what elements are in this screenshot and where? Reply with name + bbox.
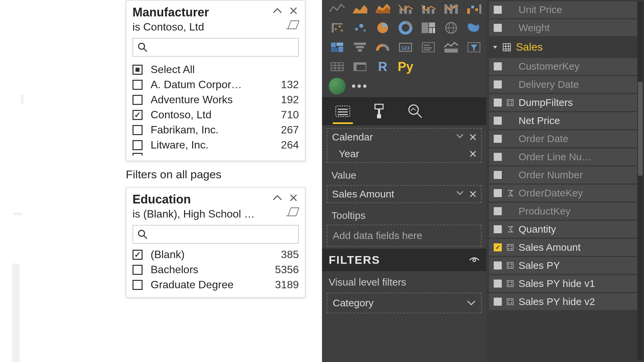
viz-filled-map-icon[interactable] (464, 19, 484, 36)
filter-item[interactable]: Bachelors 5356 (132, 262, 299, 277)
scrollbar-thumb[interactable] (638, 82, 643, 176)
viz-treemap-icon[interactable] (327, 19, 347, 36)
field-checkbox[interactable] (494, 261, 502, 269)
viz-python-icon[interactable]: Py (395, 58, 416, 75)
filter-search-input[interactable] (132, 38, 299, 57)
viz-pie-chart-icon[interactable] (372, 19, 393, 36)
viz-stacked-area-chart-icon[interactable] (372, 0, 393, 17)
viz-r-script-icon[interactable]: R (372, 58, 393, 75)
field-item[interactable]: Quantity (489, 221, 641, 238)
field-item[interactable]: Order Number (489, 167, 641, 183)
filter-item[interactable]: Graduate Degree 3189 (132, 277, 299, 292)
collapse-icon[interactable] (272, 5, 283, 16)
checkbox-checked[interactable] (132, 110, 143, 120)
chevron-down-icon[interactable] (467, 300, 476, 306)
table-header-sales[interactable]: Sales (486, 38, 644, 57)
field-item[interactable]: Sales PY (489, 257, 641, 274)
selection-handle[interactable] (21, 95, 23, 104)
field-checkbox[interactable] (494, 189, 502, 197)
selection-handle[interactable] (13, 213, 22, 215)
viz-more-icon[interactable]: ••• (350, 78, 370, 95)
chevron-down-icon[interactable] (456, 134, 464, 138)
field-item[interactable]: ✓Sales Amount (489, 239, 641, 256)
checkbox[interactable] (132, 80, 143, 90)
viz-shape-map-icon[interactable] (327, 39, 347, 56)
field-checkbox[interactable] (494, 62, 502, 70)
filter-item[interactable]: A. Datum Corpor… 132 (132, 77, 299, 92)
viz-line-chart-icon[interactable] (327, 0, 347, 17)
filter-slot-category[interactable]: Category (327, 293, 482, 313)
checkbox[interactable] (132, 95, 143, 105)
well-item-sales-amount[interactable]: Sales Amount (327, 186, 481, 202)
checkbox[interactable] (132, 140, 143, 150)
viz-slicer-icon[interactable] (464, 39, 484, 56)
field-checkbox[interactable] (494, 280, 502, 288)
close-icon[interactable] (470, 150, 476, 157)
field-item[interactable]: Delivery Date (489, 76, 641, 93)
field-item[interactable]: Sales PY hide v1 (489, 275, 641, 292)
collapse-icon[interactable] (272, 192, 283, 203)
viz-funnel-icon[interactable] (350, 39, 370, 56)
checkbox-checked[interactable] (132, 250, 143, 260)
viz-combo-stacked-icon[interactable] (418, 0, 439, 17)
checkbox[interactable] (132, 125, 143, 135)
viz-card-icon[interactable]: 123 (395, 39, 416, 56)
field-checkbox[interactable] (494, 99, 502, 107)
checkbox[interactable] (132, 280, 143, 290)
viz-gauge-icon[interactable] (372, 39, 393, 56)
eye-icon[interactable] (469, 256, 480, 264)
search-field[interactable] (151, 229, 294, 240)
viz-arcgis-icon[interactable] (327, 78, 347, 95)
field-item[interactable]: Net Price (489, 112, 641, 129)
field-item[interactable]: CustomerKey (489, 58, 641, 75)
filter-item[interactable]: Contoso, Ltd 710 (132, 107, 299, 122)
field-item[interactable]: ProductKey (489, 203, 641, 220)
viz-table-icon[interactable] (327, 58, 347, 75)
field-item[interactable]: Unit Price (489, 1, 641, 18)
filter-search-input[interactable] (132, 225, 299, 244)
viz-waterfall-chart-icon[interactable] (464, 0, 484, 17)
checkbox[interactable] (132, 265, 143, 275)
field-checkbox[interactable] (494, 117, 502, 125)
field-checkbox[interactable] (494, 153, 502, 161)
field-item[interactable]: Weight (489, 19, 641, 36)
filter-item[interactable]: (Blank) 385 (132, 249, 299, 262)
field-item[interactable]: Order Date (489, 130, 641, 147)
eraser-icon[interactable] (288, 19, 299, 30)
viz-ribbon-chart-icon[interactable] (441, 0, 462, 17)
field-item[interactable]: Order Line Nu… (489, 148, 641, 165)
checkbox[interactable] (132, 153, 143, 156)
field-item[interactable]: OrderDateKey (489, 185, 641, 201)
field-checkbox[interactable] (494, 80, 502, 88)
field-checkbox[interactable]: ✓ (494, 243, 502, 251)
filter-item-truncated[interactable] (132, 153, 299, 156)
viz-treemap-icon[interactable] (418, 19, 439, 36)
field-item[interactable]: DumpFilters (489, 94, 641, 111)
viz-scatter-chart-icon[interactable] (350, 19, 370, 36)
selection-handle[interactable] (12, 263, 19, 362)
viz-donut-chart-icon[interactable] (395, 19, 416, 36)
field-checkbox[interactable] (494, 24, 502, 32)
filter-item[interactable]: Litware, Inc. 264 (132, 137, 299, 153)
viz-multi-row-card-icon[interactable] (418, 39, 439, 56)
field-checkbox[interactable] (494, 6, 502, 14)
checkbox-select-all[interactable] (132, 65, 143, 75)
scrollbar[interactable] (637, 1, 643, 360)
filter-item[interactable]: Fabrikam, Inc. 267 (132, 122, 299, 137)
eraser-icon[interactable] (288, 206, 299, 217)
close-icon[interactable] (288, 5, 299, 16)
filters-section-header[interactable]: FILTERS (322, 249, 486, 271)
filter-select-all[interactable]: Select All (132, 62, 299, 77)
search-field[interactable] (151, 42, 294, 53)
filter-item[interactable]: Adventure Works 192 (132, 92, 299, 107)
field-checkbox[interactable] (494, 171, 502, 179)
viz-kpi-icon[interactable] (441, 39, 462, 56)
tab-fields-icon[interactable] (333, 102, 353, 121)
field-item[interactable]: Sales PY hide v2 (489, 293, 641, 310)
close-icon[interactable] (470, 134, 476, 140)
well-item-year[interactable]: Year (327, 145, 481, 162)
field-checkbox[interactable] (494, 135, 502, 143)
close-icon[interactable] (470, 191, 476, 197)
chevron-down-icon[interactable] (456, 191, 464, 195)
tab-format-icon[interactable] (369, 102, 389, 121)
